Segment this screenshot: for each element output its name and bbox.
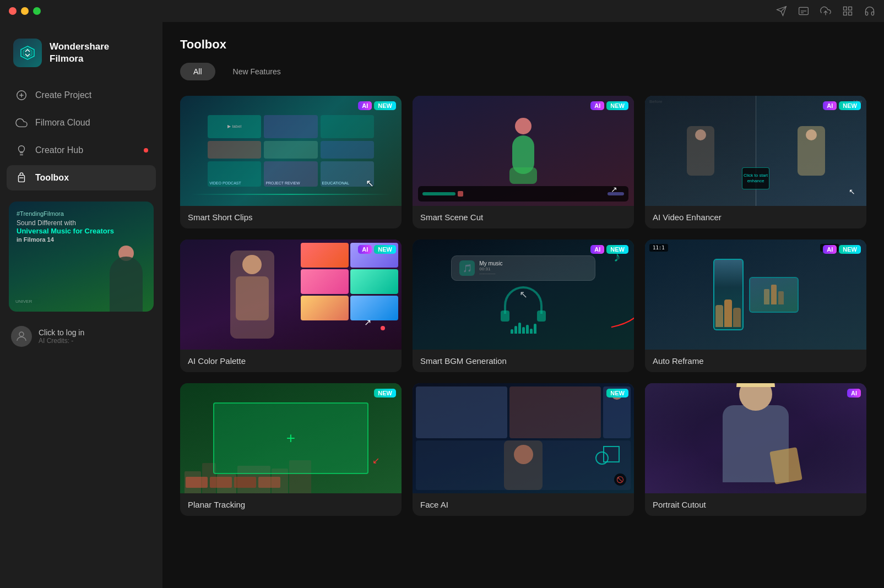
tool-badges: AI NEW [358, 245, 396, 254]
tool-label: Auto Reframe [645, 350, 866, 372]
tool-card-auto-reframe[interactable]: 11:1 9:16 [645, 239, 866, 372]
new-badge: NEW [374, 245, 396, 254]
tabs: All New Features [180, 63, 866, 80]
sidebar-item-create-project[interactable]: Create Project [7, 83, 156, 108]
new-badge: NEW [374, 101, 396, 110]
sidebar: Wondershare Filmora Create Project Filmo… [0, 22, 162, 588]
app-name: Wondershare Filmora [50, 41, 109, 65]
tool-badges: NEW [606, 389, 628, 398]
ai-badge: AI [358, 245, 372, 254]
tool-card-ai-video-enhancer[interactable]: Before After [645, 96, 866, 228]
sidebar-item-creator-hub[interactable]: Creator Hub [7, 138, 156, 163]
tool-badges: AI NEW [358, 101, 396, 110]
tool-card-face-ai[interactable]: 🚫 NEW Face AI [413, 383, 634, 516]
tool-badges: AI NEW [823, 101, 861, 110]
tool-card-smart-scene-cut[interactable]: ↗ AI NEW Smart Scene Cut [413, 96, 634, 228]
tool-thumb: ↗ AI NEW [180, 239, 402, 350]
banner-content: #TrendingFilmora Sound Different with Un… [17, 210, 146, 243]
tab-all[interactable]: All [180, 63, 215, 80]
tool-thumb: + ↙ NEW [180, 383, 402, 493]
tool-badges: NEW [374, 389, 396, 398]
ai-badge: AI [847, 389, 861, 398]
svg-rect-6 [844, 7, 847, 10]
close-button[interactable] [9, 7, 17, 15]
tool-card-smart-short-clips[interactable]: ▶ label VIDEO PODCAST PROJECT REVIEW EDU… [180, 96, 402, 228]
sidebar-banner[interactable]: #TrendingFilmora Sound Different with Un… [9, 202, 154, 312]
send-icon[interactable] [776, 6, 787, 17]
cloud-icon [15, 117, 28, 129]
sidebar-item-label: Filmora Cloud [35, 118, 90, 128]
tools-grid: ▶ label VIDEO PODCAST PROJECT REVIEW EDU… [180, 96, 866, 516]
tool-thumb: 🎵 My music 00:31 ··············· [413, 239, 634, 350]
banner-watermark: UNIVERSAL [15, 295, 32, 307]
tool-card-portrait-cutout[interactable]: AI Portrait Cutout [645, 383, 866, 516]
maximize-button[interactable] [33, 7, 41, 15]
tool-label: Face AI [413, 493, 634, 516]
tool-label: Smart Scene Cut [413, 206, 634, 228]
tool-card-ai-color-palette[interactable]: ↗ AI NEW AI Color Palette [180, 239, 402, 372]
toolbox-icon [15, 172, 28, 184]
logo-area: Wondershare Filmora [0, 33, 162, 83]
ai-badge: AI [590, 245, 604, 254]
window-controls [9, 7, 41, 15]
svg-point-17 [19, 332, 24, 336]
user-info: Click to log in AI Credits: - [39, 328, 151, 345]
sidebar-item-toolbox[interactable]: Toolbox [7, 165, 156, 190]
new-badge: NEW [606, 245, 628, 254]
ai-badge: AI [590, 101, 604, 110]
nav-items: Create Project Filmora Cloud Creator Hub [0, 83, 162, 190]
svg-rect-8 [844, 12, 847, 15]
layout-icon[interactable] [842, 6, 853, 17]
subtitles-icon[interactable] [798, 6, 809, 17]
tool-thumb: 🚫 NEW [413, 383, 634, 493]
user-area[interactable]: Click to log in AI Credits: - [0, 318, 162, 355]
svg-text:UNIVERSAL: UNIVERSAL [15, 299, 32, 304]
user-credits-label: AI Credits: - [39, 337, 151, 345]
cloud-upload-icon[interactable] [820, 6, 831, 17]
main-content: Toolbox All New Features ▶ label VIDE [162, 22, 884, 588]
notification-dot [144, 148, 148, 153]
new-badge: NEW [374, 389, 396, 398]
ai-badge: AI [823, 101, 837, 110]
title-bar [0, 0, 884, 22]
page-title: Toolbox [180, 37, 866, 52]
banner-subtitle: #TrendingFilmora [17, 210, 146, 217]
tool-label: Smart BGM Generation [413, 350, 634, 372]
svg-rect-7 [849, 7, 852, 10]
sidebar-item-filmora-cloud[interactable]: Filmora Cloud [7, 110, 156, 135]
tab-new-features[interactable]: New Features [220, 63, 294, 80]
new-badge: NEW [839, 245, 861, 254]
svg-rect-9 [849, 12, 852, 15]
plus-circle-icon [15, 89, 28, 101]
tool-thumb: ↗ AI NEW [413, 96, 634, 206]
headset-icon[interactable] [864, 6, 875, 17]
tool-label: Smart Short Clips [180, 206, 402, 228]
bulb-icon [15, 144, 28, 156]
sidebar-item-label: Toolbox [35, 173, 69, 183]
app-logo [13, 39, 42, 67]
tool-badges: AI NEW [590, 245, 628, 254]
tool-thumb: AI [645, 383, 866, 493]
ai-badge: AI [823, 245, 837, 254]
user-login-label: Click to log in [39, 328, 151, 337]
ai-badge: AI [358, 101, 372, 110]
sidebar-item-label: Creator Hub [35, 145, 83, 155]
tool-thumb: 11:1 9:16 [645, 239, 866, 350]
tool-card-planar-tracking[interactable]: + ↙ NEW [180, 383, 402, 516]
tool-badges: AI [847, 389, 861, 398]
tool-label: AI Color Palette [180, 350, 402, 372]
new-badge: NEW [606, 389, 628, 398]
user-avatar [11, 326, 32, 347]
banner-decoration [104, 240, 148, 312]
tool-card-smart-bgm-generation[interactable]: 🎵 My music 00:31 ··············· [413, 239, 634, 372]
tool-label: Portrait Cutout [645, 493, 866, 516]
minimize-button[interactable] [21, 7, 29, 15]
tool-badges: AI NEW [590, 101, 628, 110]
tool-thumb: ▶ label VIDEO PODCAST PROJECT REVIEW EDU… [180, 96, 402, 206]
tool-label: AI Video Enhancer [645, 206, 866, 228]
new-badge: NEW [839, 101, 861, 110]
tool-thumb: Before After [645, 96, 866, 206]
tool-badges: AI NEW [823, 245, 861, 254]
tool-label: Planar Tracking [180, 493, 402, 516]
new-badge: NEW [606, 101, 628, 110]
